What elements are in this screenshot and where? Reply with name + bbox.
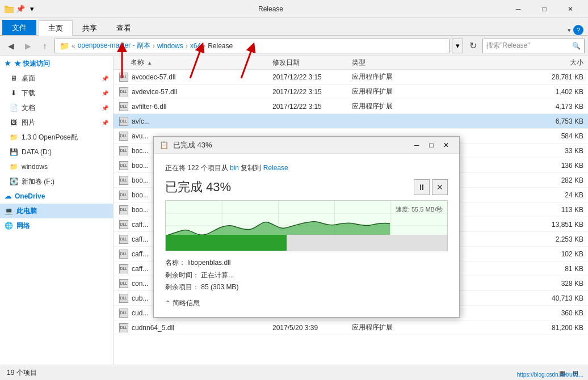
address-path[interactable]: 📁 « openpose-master - 副本 › windows › x64… bbox=[54, 39, 450, 53]
dialog-body: 正在将 122 个项目从 bin 复制到 Release 已完成 43% ⏸ ✕ bbox=[154, 154, 459, 317]
table-row[interactable]: DLL avdevice-57.dll 2017/12/22 3:15 应用程序… bbox=[114, 85, 588, 99]
tab-share[interactable]: 共享 bbox=[73, 20, 107, 36]
sidebar-item-desktop[interactable]: 🖥 桌面 📌 bbox=[0, 71, 113, 86]
file-type-cell: 应用程序扩展 bbox=[352, 72, 420, 82]
ribbon-collapse-button[interactable]: ▾ bbox=[568, 27, 571, 34]
breadcrumb-1[interactable]: openpose-master - 副本 bbox=[78, 41, 150, 50]
refresh-button[interactable]: ↻ bbox=[465, 39, 480, 53]
help-button[interactable]: ? bbox=[573, 25, 583, 35]
collapse-details-button[interactable]: ⌃ 简略信息 bbox=[165, 298, 448, 308]
dll-file-icon: DLL bbox=[119, 87, 128, 96]
breadcrumb-2[interactable]: windows bbox=[157, 42, 183, 50]
maximize-button[interactable]: □ bbox=[531, 0, 557, 18]
close-button[interactable]: ✕ bbox=[557, 0, 583, 18]
dll-file-icon: DLL bbox=[119, 279, 128, 288]
time-info: 剩余时间： 正在计算... bbox=[165, 269, 448, 282]
column-size[interactable]: 大小 bbox=[420, 58, 588, 67]
search-box[interactable]: 搜索"Release" 🔍 bbox=[482, 39, 585, 53]
table-row[interactable]: DLL avfilter-6.dll 2017/12/22 3:15 应用程序扩… bbox=[114, 99, 588, 114]
file-type-cell: 应用程序扩展 bbox=[352, 323, 420, 332]
sidebar-onedrive[interactable]: ☁ OneDrive bbox=[0, 189, 113, 204]
dialog-action-controls: ⏸ ✕ bbox=[414, 179, 448, 195]
window-title: Release bbox=[36, 5, 505, 13]
dll-file-icon: DLL bbox=[119, 73, 128, 82]
sidebar-item-data[interactable]: 💾 DATA (D:) bbox=[0, 145, 113, 159]
collapse-arrow-icon: ⌃ bbox=[165, 299, 170, 307]
desktop-icon: 🖥 bbox=[9, 74, 18, 83]
up-button[interactable]: ↑ bbox=[37, 39, 52, 53]
breadcrumb-3[interactable]: x64 bbox=[190, 42, 201, 50]
file-date-cell: 2017/12/22 3:15 bbox=[272, 73, 352, 81]
speed-label: 速度: 55.5 MB/秒 bbox=[396, 205, 443, 214]
status-count: 19 个项目 bbox=[7, 368, 37, 378]
pin-icon-downloads: 📌 bbox=[102, 90, 108, 96]
sidebar-item-pictures[interactable]: 🖼 图片 📌 bbox=[0, 115, 113, 130]
sidebar-item-documents[interactable]: 📄 文档 📌 bbox=[0, 100, 113, 115]
file-size-cell: 4,173 KB bbox=[420, 103, 588, 111]
forward-button[interactable]: ▶ bbox=[20, 39, 35, 53]
path-arrow-3: › bbox=[203, 42, 205, 50]
dialog-close-button[interactable]: ✕ bbox=[439, 138, 453, 153]
progress-dialog[interactable]: 📋 已完成 43% ─ □ ✕ 正在将 122 个项目从 bin 复制到 Rel… bbox=[153, 136, 460, 318]
minimize-button[interactable]: ─ bbox=[505, 0, 531, 18]
file-size-cell: 1,402 KB bbox=[420, 88, 588, 96]
dialog-minimize-button[interactable]: ─ bbox=[409, 138, 424, 153]
breadcrumb-separator-1: « bbox=[72, 42, 75, 50]
data-drive-icon: 💾 bbox=[9, 147, 18, 157]
dll-file-icon: DLL bbox=[119, 117, 128, 126]
column-date[interactable]: 修改日期 bbox=[272, 58, 352, 67]
bottom-link[interactable]: https://blog.csdn.net/u01... bbox=[517, 371, 583, 378]
pin-icon: 📌 bbox=[16, 5, 25, 14]
table-row[interactable]: DLL avfc... 6,753 KB bbox=[114, 114, 588, 129]
openpose-folder-icon: 📁 bbox=[9, 133, 18, 142]
search-placeholder: 搜索"Release" bbox=[486, 41, 572, 50]
table-row[interactable]: DLL cudnn64_5.dll 2017/5/20 3:39 应用程序扩展 … bbox=[114, 320, 588, 335]
tab-view[interactable]: 查看 bbox=[107, 20, 141, 36]
folder-icon bbox=[5, 5, 14, 14]
file-type-cell: 应用程序扩展 bbox=[352, 87, 420, 96]
sidebar-item-downloads[interactable]: ⬇ 下载 📌 bbox=[0, 86, 113, 100]
file-date-cell: 2017/12/22 3:15 bbox=[272, 103, 352, 111]
windows-folder-icon: 📁 bbox=[9, 162, 18, 171]
pin-icon-documents: 📌 bbox=[102, 105, 108, 111]
pause-button[interactable]: ⏸ bbox=[414, 179, 430, 195]
picture-icon: 🖼 bbox=[9, 118, 18, 127]
table-row[interactable]: DLL avcodec-57.dll 2017/12/22 3:15 应用程序扩… bbox=[114, 70, 588, 85]
column-type[interactable]: 类型 bbox=[352, 58, 420, 67]
sort-arrow-icon: ▲ bbox=[147, 60, 152, 66]
back-button[interactable]: ◀ bbox=[3, 39, 18, 53]
sidebar-item-windows[interactable]: 📁 windows bbox=[0, 159, 113, 174]
dialog-maximize-button[interactable]: □ bbox=[424, 138, 439, 153]
path-arrow-1: › bbox=[153, 42, 155, 50]
status-bar: 19 个项目 ▦ ⊞ bbox=[0, 365, 588, 380]
column-name[interactable]: 名称 ▲ bbox=[114, 58, 272, 67]
title-bar-app-icons: 📌 ▾ bbox=[5, 5, 36, 14]
dialog-title-text: 已完成 43% bbox=[173, 140, 405, 150]
filename-info: 名称： libopenblas.dll bbox=[165, 257, 448, 269]
sidebar-this-pc[interactable]: 💻 此电脑 bbox=[0, 204, 113, 218]
title-bar: 📌 ▾ Release ─ □ ✕ bbox=[0, 0, 588, 18]
sidebar-item-openpose[interactable]: 📁 1.3.0 OpenPose配 bbox=[0, 130, 113, 145]
sidebar-quick-access[interactable]: ★ ★ 快速访问 bbox=[0, 56, 113, 71]
address-dropdown-button[interactable]: ▾ bbox=[452, 39, 463, 53]
tab-home[interactable]: 主页 bbox=[39, 20, 73, 36]
tab-file[interactable]: 文件 bbox=[2, 20, 36, 35]
dll-file-icon: DLL bbox=[119, 132, 128, 141]
file-name-cell: DLL avdevice-57.dll bbox=[114, 87, 272, 96]
dll-file-icon: DLL bbox=[119, 264, 128, 273]
breadcrumb-4[interactable]: Release bbox=[208, 42, 233, 50]
dll-file-icon: DLL bbox=[119, 102, 128, 111]
source-label: bin bbox=[230, 164, 239, 172]
sidebar-item-newvol[interactable]: 💽 新加卷 (F:) bbox=[0, 174, 113, 189]
ribbon-tabs: 文件 主页 共享 查看 ▾ ? bbox=[0, 18, 588, 35]
items-info: 剩余项目： 85 (303 MB) bbox=[165, 281, 448, 294]
file-size-cell: 6,753 KB bbox=[420, 117, 588, 125]
file-size-cell: 28,781 KB bbox=[420, 73, 588, 81]
dll-file-icon: DLL bbox=[119, 220, 128, 229]
dialog-description: 正在将 122 个项目从 bin 复制到 Release bbox=[165, 163, 448, 173]
dll-file-icon: DLL bbox=[119, 250, 128, 259]
path-arrow-2: › bbox=[186, 42, 188, 50]
dll-file-icon: DLL bbox=[119, 161, 128, 170]
cancel-copy-button[interactable]: ✕ bbox=[432, 179, 448, 195]
sidebar-network[interactable]: 🌐 网络 bbox=[0, 218, 113, 233]
